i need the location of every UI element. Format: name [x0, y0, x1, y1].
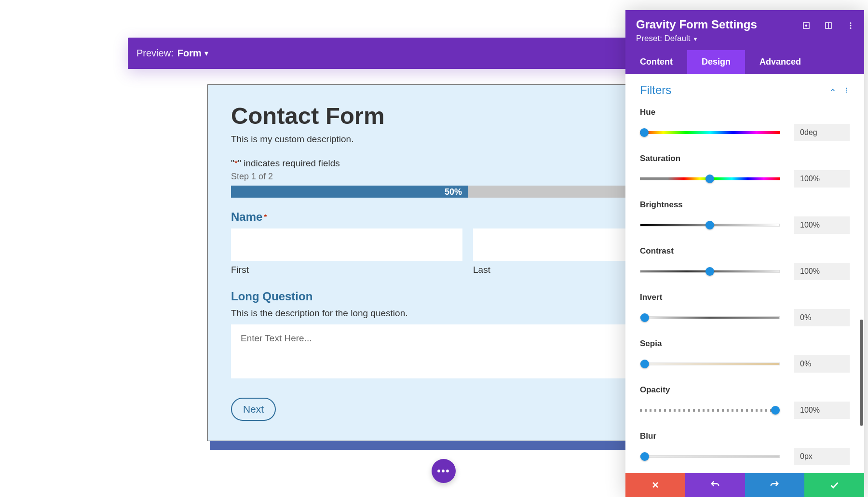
redo-icon — [769, 480, 780, 490]
caret-down-icon: ▼ — [691, 36, 698, 42]
slider-thumb[interactable] — [640, 313, 649, 322]
close-icon — [651, 480, 660, 490]
progress-percent: 50% — [445, 187, 462, 197]
kebab-menu-icon[interactable] — [843, 87, 850, 94]
slider-thumb[interactable] — [705, 267, 714, 276]
expand-icon[interactable] — [801, 21, 811, 30]
blur-slider[interactable] — [640, 455, 780, 458]
first-name-input[interactable] — [231, 228, 462, 261]
filter-hue: Hue — [640, 107, 850, 141]
first-sublabel: First — [231, 265, 462, 275]
filter-sepia: Sepia — [640, 339, 850, 373]
panel-actions — [801, 21, 855, 30]
dots-icon: ••• — [437, 466, 450, 477]
panel-body: Filters Hue Saturation — [625, 74, 864, 473]
svg-point-4 — [850, 22, 852, 24]
opacity-slider[interactable] — [640, 409, 780, 412]
svg-point-5 — [850, 25, 852, 27]
tab-design[interactable]: Design — [687, 50, 745, 74]
invert-input[interactable] — [794, 309, 850, 326]
filter-opacity: Opacity — [640, 385, 850, 419]
undo-button[interactable] — [685, 473, 745, 497]
undo-icon — [710, 480, 720, 490]
required-asterisk: * — [264, 213, 267, 221]
hue-input[interactable] — [794, 124, 850, 141]
floating-more-button[interactable]: ••• — [432, 459, 456, 483]
panel-footer — [625, 473, 864, 497]
slider-thumb[interactable] — [640, 128, 649, 137]
svg-point-8 — [846, 90, 847, 91]
slider-thumb[interactable] — [640, 452, 649, 461]
brightness-slider[interactable] — [640, 224, 780, 227]
contrast-slider[interactable] — [640, 270, 780, 273]
preview-label: Preview: — [136, 48, 174, 59]
svg-point-1 — [806, 25, 807, 27]
filter-invert: Invert — [640, 293, 850, 326]
opacity-input[interactable] — [794, 402, 850, 419]
slider-thumb[interactable] — [771, 406, 780, 415]
kebab-menu-icon[interactable] — [846, 21, 855, 30]
slider-thumb[interactable] — [705, 175, 714, 183]
preset-selector[interactable]: Preset: Default ▼ — [636, 34, 854, 43]
canvas: Preview: Form ▾ Contact Form This is my … — [0, 0, 868, 497]
filter-contrast: Contrast — [640, 246, 850, 280]
tab-content[interactable]: Content — [625, 50, 687, 74]
progress-fill: 50% — [231, 186, 468, 198]
slider-thumb[interactable] — [705, 221, 714, 229]
brightness-input[interactable] — [794, 216, 850, 234]
sepia-input[interactable] — [794, 355, 850, 373]
preview-value[interactable]: Form — [177, 48, 202, 59]
chevron-up-icon[interactable] — [829, 87, 836, 94]
filter-brightness: Brightness — [640, 200, 850, 234]
slider-thumb[interactable] — [640, 360, 649, 368]
saturation-input[interactable] — [794, 170, 850, 188]
svg-point-9 — [846, 92, 847, 93]
blur-input[interactable] — [794, 448, 850, 465]
filter-saturation: Saturation — [640, 154, 850, 188]
section-title: Filters — [640, 83, 671, 97]
settings-panel: Gravity Form Settings Preset: Default ▼ … — [625, 10, 864, 497]
snap-icon[interactable] — [824, 21, 833, 30]
tabs: Content Design Advanced — [625, 50, 864, 74]
svg-point-7 — [846, 88, 847, 89]
section-header[interactable]: Filters — [640, 83, 850, 97]
svg-point-6 — [850, 27, 852, 29]
contrast-input[interactable] — [794, 263, 850, 280]
check-icon — [829, 480, 840, 490]
scrollbar[interactable] — [860, 320, 863, 426]
invert-slider[interactable] — [640, 316, 780, 319]
tab-advanced[interactable]: Advanced — [745, 50, 815, 74]
sepia-slider[interactable] — [640, 363, 780, 365]
caret-down-icon[interactable]: ▾ — [204, 49, 208, 58]
next-button[interactable]: Next — [231, 398, 276, 421]
cancel-button[interactable] — [625, 473, 685, 497]
saturation-slider[interactable] — [640, 177, 780, 180]
panel-header: Gravity Form Settings Preset: Default ▼ — [625, 10, 864, 50]
filter-blur: Blur — [640, 431, 850, 465]
redo-button[interactable] — [745, 473, 805, 497]
save-button[interactable] — [804, 473, 864, 497]
hue-slider[interactable] — [640, 131, 780, 134]
